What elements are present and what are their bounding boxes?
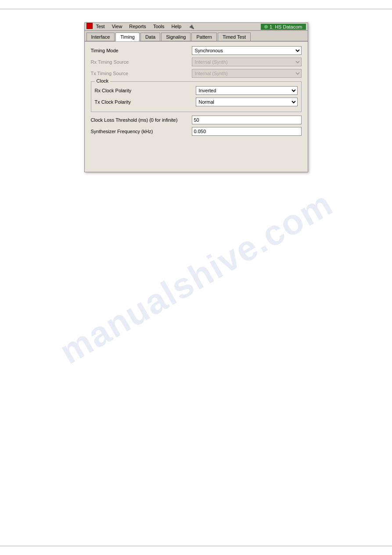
clock-loss-row: Clock Loss Threshold (ms) (0 for infinit… <box>91 116 302 124</box>
menu-test[interactable]: Test <box>93 23 108 30</box>
menu-view[interactable]: View <box>108 23 126 30</box>
menu-reports[interactable]: Reports <box>126 23 150 30</box>
tx-clock-polarity-row: Tx Clock Polarity Normal Inverted <box>95 98 298 106</box>
timing-mode-label: Timing Mode <box>91 48 192 53</box>
bottom-rule <box>0 546 392 546</box>
status-dot <box>264 25 268 29</box>
content-area: Timing Mode Synchronous Asynchronous Ext… <box>85 41 308 172</box>
menu-extra-icon: 🔌 <box>185 23 198 30</box>
tab-timed-test[interactable]: Timed Test <box>218 33 251 41</box>
menu-items: Test View Reports Tools Help 🔌 <box>86 23 198 30</box>
timing-mode-row: Timing Mode Synchronous Asynchronous Ext… <box>91 46 302 55</box>
app-window: Test View Reports Tools Help 🔌 1: HS Dat… <box>84 22 308 172</box>
clock-loss-input[interactable] <box>192 116 302 124</box>
top-rule <box>0 9 392 9</box>
clock-group: Clock Rx Clock Polarity Normal Inverted … <box>91 81 302 112</box>
app-icon <box>86 23 93 29</box>
clock-group-legend: Clock <box>95 78 111 83</box>
tx-timing-source-row: Tx Timing Source Internal (Synth) <box>91 69 302 78</box>
menu-help[interactable]: Help <box>168 23 185 30</box>
clock-loss-label: Clock Loss Threshold (ms) (0 for infinit… <box>91 117 192 123</box>
rx-timing-source-row: Rx Timing Source Internal (Synth) <box>91 58 302 66</box>
timing-mode-select[interactable]: Synchronous Asynchronous External <box>192 46 302 55</box>
rx-clock-polarity-select[interactable]: Normal Inverted <box>196 86 298 95</box>
rx-timing-source-label: Rx Timing Source <box>91 59 192 65</box>
tx-clock-polarity-select[interactable]: Normal Inverted <box>196 98 298 106</box>
synth-freq-row: Synthesizer Frequency (kHz) <box>91 127 302 136</box>
tab-data[interactable]: Data <box>140 33 160 41</box>
menu-tools[interactable]: Tools <box>150 23 168 30</box>
tab-interface[interactable]: Interface <box>86 33 115 41</box>
tabs-bar: Interface Timing Data Signaling Pattern … <box>85 31 308 41</box>
tx-timing-source-select[interactable]: Internal (Synth) <box>192 69 302 78</box>
tx-timing-source-label: Tx Timing Source <box>91 71 192 76</box>
content-spacer <box>91 138 302 165</box>
tx-clock-polarity-label: Tx Clock Polarity <box>95 99 196 105</box>
rx-clock-polarity-row: Rx Clock Polarity Normal Inverted <box>95 86 298 95</box>
rx-timing-source-select[interactable]: Internal (Synth) <box>192 58 302 66</box>
tab-timing[interactable]: Timing <box>115 33 140 41</box>
synth-freq-label: Synthesizer Frequency (kHz) <box>91 129 192 134</box>
tab-signaling[interactable]: Signaling <box>161 33 191 41</box>
status-badge: 1: HS Datacom <box>261 24 306 30</box>
menu-bar: Test View Reports Tools Help 🔌 1: HS Dat… <box>85 23 308 31</box>
rx-clock-polarity-label: Rx Clock Polarity <box>95 88 196 93</box>
tab-pattern[interactable]: Pattern <box>191 33 216 41</box>
synth-freq-input[interactable] <box>192 127 302 136</box>
status-label: 1: HS Datacom <box>270 24 302 29</box>
